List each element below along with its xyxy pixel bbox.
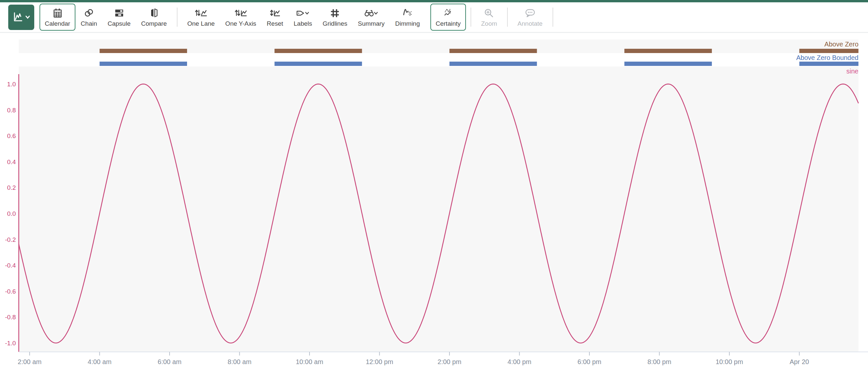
above-zero-bounded-bar-segment[interactable] <box>624 62 712 66</box>
y-tick-label: 0.6 <box>7 133 16 139</box>
labels-button[interactable]: Labels <box>288 4 317 30</box>
y-tick-label: -0.6 <box>5 288 16 295</box>
certainty-button[interactable]: Certainty <box>430 4 466 31</box>
one-lane-button[interactable]: One Lane <box>182 4 220 30</box>
x-tick-label: 4:00 pm <box>507 358 531 365</box>
line-chart-axis-icon <box>12 11 25 23</box>
toolbar-divider <box>177 7 178 27</box>
top-accent-bar <box>0 0 868 2</box>
timeline-app: { "toolbar": { "buttons": [ {"id":"chart… <box>0 0 868 371</box>
chevron-down-icon <box>25 15 30 19</box>
y-tick-label: 0.4 <box>7 159 16 165</box>
dimming-button[interactable]: Dimming <box>390 4 425 30</box>
gridlines-button[interactable]: Gridlines <box>317 4 353 30</box>
one-y-axis-button[interactable]: One Y-Axis <box>220 4 261 30</box>
toolbar: Calendar Chain Capsule <box>0 2 868 33</box>
timeline-chart[interactable]: Above ZeroAbove Zero Boundedsine1.00.80.… <box>0 33 868 371</box>
above-zero-bounded-bar-segment[interactable] <box>450 62 537 66</box>
certainty-label: Certainty <box>436 20 461 27</box>
y-tick-label: 1.0 <box>7 81 16 88</box>
x-tick-label: 4:00 am <box>88 358 111 365</box>
chart-type-dropdown-button[interactable] <box>8 5 34 30</box>
y-tick-label: -1.0 <box>5 340 16 347</box>
above-zero-bar-segment[interactable] <box>799 49 859 53</box>
annotate-button[interactable]: Annotate <box>513 4 548 30</box>
compare-button[interactable]: Compare <box>136 4 172 30</box>
capsule-label: Capsule <box>108 20 131 27</box>
compare-panels-icon <box>149 7 160 19</box>
above-zero-bar-segment[interactable] <box>450 49 537 53</box>
stacked-capsule-bars-icon <box>114 7 125 19</box>
up-down-arrows-chart-icon <box>194 7 208 19</box>
x-tick-label: 8:00 pm <box>647 358 671 365</box>
toolbar-divider <box>507 7 508 27</box>
magnifier-plus-icon <box>484 7 494 19</box>
y-tick-label: -0.4 <box>5 262 16 269</box>
above-zero-bounded-bar-segment[interactable] <box>99 62 187 66</box>
above-zero-bar-segment[interactable] <box>275 49 362 53</box>
zoom-label: Zoom <box>481 20 497 27</box>
calendar-label: Calendar <box>45 20 70 27</box>
y-tick-label: -0.8 <box>5 314 16 321</box>
x-tick-label: 10:00 am <box>296 358 323 365</box>
gridlines-label: Gridlines <box>323 20 347 27</box>
x-tick-label: Apr 20 <box>789 358 809 365</box>
y-tick-label: 0.8 <box>7 107 16 114</box>
binoculars-icon <box>363 7 379 19</box>
one-y-axis-label: One Y-Axis <box>225 20 256 27</box>
dimming-label: Dimming <box>395 20 420 27</box>
chain-label: Chain <box>81 20 97 27</box>
above-zero-bar-segment[interactable] <box>99 49 187 53</box>
labels-label: Labels <box>294 20 312 27</box>
x-tick-label: 10:00 pm <box>716 358 743 365</box>
dotted-and-solid-wave-icon <box>442 7 454 19</box>
above-zero-bounded-bar-segment[interactable] <box>799 62 859 66</box>
up-down-arrows-axis-chart-icon <box>234 7 247 19</box>
summary-button[interactable]: Summary <box>353 4 390 30</box>
toolbar-divider <box>470 7 471 27</box>
x-tick-label: 8:00 am <box>227 358 251 365</box>
vertical-resize-chart-icon <box>269 7 281 19</box>
y-tick-label: 0.0 <box>7 210 16 217</box>
annotate-label: Annotate <box>518 20 542 27</box>
grid-icon <box>330 7 340 19</box>
reset-label: Reset <box>267 20 283 27</box>
summary-label: Summary <box>358 20 384 27</box>
x-tick-label: 12:00 pm <box>366 358 393 365</box>
line-fading-to-dots-icon <box>402 7 413 19</box>
zoom-button[interactable]: Zoom <box>476 4 502 30</box>
one-lane-label: One Lane <box>187 20 215 27</box>
reset-button[interactable]: Reset <box>261 4 288 30</box>
x-tick-label: 6:00 am <box>158 358 181 365</box>
plot-area-background[interactable] <box>19 66 859 352</box>
speech-bubble-dots-icon <box>524 7 536 19</box>
x-tick-label: 2:00 pm <box>438 358 461 365</box>
legend-label-above-zero: Above Zero <box>825 40 859 48</box>
y-tick-label: 0.2 <box>7 184 16 191</box>
x-tick-label: 2:00 am <box>18 358 41 365</box>
chain-link-icon <box>83 7 94 19</box>
toolbar-divider <box>553 7 553 27</box>
legend-label-sine: sine <box>846 67 859 75</box>
x-tick-label: 6:00 pm <box>578 358 601 365</box>
chain-button[interactable]: Chain <box>75 4 102 30</box>
compare-label: Compare <box>141 20 166 27</box>
legend-label-above-zero-bounded: Above Zero Bounded <box>796 54 859 61</box>
calendar-icon <box>52 7 63 19</box>
above-zero-bounded-bar-segment[interactable] <box>275 62 362 66</box>
capsule-button[interactable]: Capsule <box>102 4 136 30</box>
calendar-button[interactable]: Calendar <box>39 4 75 31</box>
above-zero-bar-segment[interactable] <box>624 49 712 53</box>
tag-icon <box>296 7 310 19</box>
y-tick-label: -0.2 <box>5 236 16 243</box>
